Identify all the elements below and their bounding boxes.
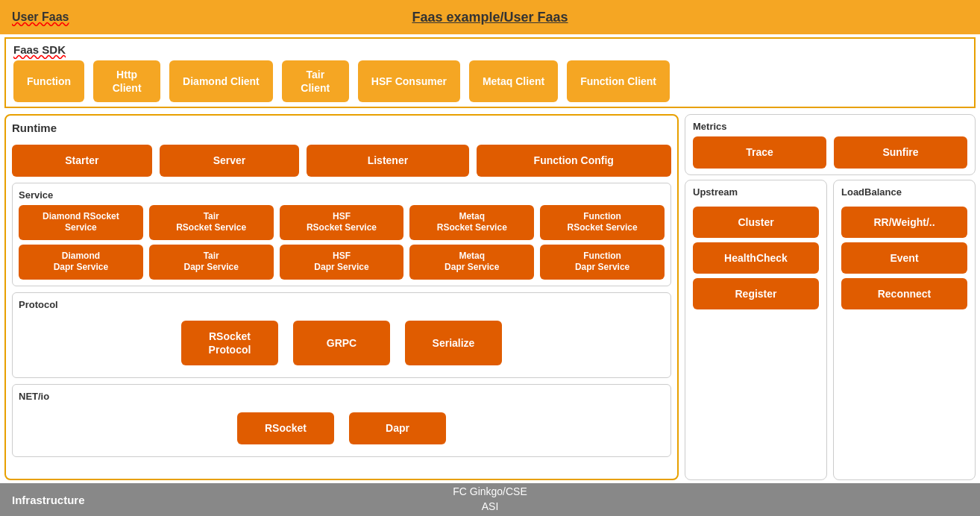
diamond-rsocket-service-btn[interactable]: Diamond RSocketService <box>19 205 143 240</box>
sdk-btn-function-client[interactable]: Function Client <box>567 60 670 102</box>
service-label: Service <box>19 189 665 201</box>
sdk-btn-metaq-client[interactable]: Metaq Client <box>469 60 558 102</box>
netio-label: NET/io <box>19 391 665 402</box>
sdk-btn-diamond-client[interactable]: Diamond Client <box>169 60 273 102</box>
main-container: User Faas Faas example/User Faas Faas SD… <box>0 0 980 516</box>
grpc-btn[interactable]: GRPC <box>293 321 390 365</box>
function-config-btn[interactable]: Function Config <box>477 145 671 176</box>
sdk-btn-tair-client[interactable]: TairClient <box>282 60 349 102</box>
function-dapr-service-btn[interactable]: FunctionDapr Service <box>540 245 665 280</box>
service-subsection: Service Diamond RSocketService TairRSock… <box>12 183 671 286</box>
hsf-dapr-service-btn[interactable]: HSFDapr Service <box>280 245 404 280</box>
metrics-label: Metrics <box>693 121 967 132</box>
trace-btn[interactable]: Trace <box>693 136 826 168</box>
tair-dapr-service-btn[interactable]: TairDapr Service <box>149 245 274 280</box>
infra-center-text: FC Ginkgo/CSEASI <box>453 485 527 514</box>
runtime-top-row: Starter Server Listener Function Config <box>12 145 671 176</box>
reconnect-btn[interactable]: Reconnect <box>841 278 967 309</box>
netio-subsection: NET/io RSocket Dapr <box>12 384 671 456</box>
rsocket-protocol-btn[interactable]: RSocketProtocol <box>181 321 278 365</box>
runtime-section: Runtime Starter Server Listener Function… <box>4 114 679 480</box>
healthcheck-btn[interactable]: HealthCheck <box>693 242 819 274</box>
infra-bar: Infrastructure FC Ginkgo/CSEASI <box>0 483 980 516</box>
sunfire-btn[interactable]: Sunfire <box>834 136 967 168</box>
content-area: Runtime Starter Server Listener Function… <box>0 111 980 483</box>
dapr-btn[interactable]: Dapr <box>349 412 446 444</box>
register-btn[interactable]: Register <box>693 278 819 309</box>
diamond-dapr-service-btn[interactable]: DiamondDapr Service <box>19 245 143 280</box>
server-btn[interactable]: Server <box>160 145 300 176</box>
sdk-btn-function[interactable]: Function <box>13 60 84 102</box>
rr-weight-btn[interactable]: RR/Weight/.. <box>841 207 967 238</box>
cluster-btn[interactable]: Cluster <box>693 207 819 238</box>
protocol-row: RSocketProtocol GRPC Serialize <box>19 315 665 371</box>
faas-sdk-section: Faas SDK Function HttpClient Diamond Cli… <box>4 37 976 108</box>
event-btn[interactable]: Event <box>841 242 967 274</box>
function-rsocket-service-btn[interactable]: FunctionRSocket Service <box>540 205 665 240</box>
metrics-row: Trace Sunfire <box>693 136 967 168</box>
protocol-subsection: Protocol RSocketProtocol GRPC Serialize <box>12 292 671 378</box>
faas-sdk-label: Faas SDK <box>13 43 967 56</box>
bottom-right-panels: Upstream Cluster HealthCheck Register Lo… <box>685 180 976 480</box>
metaq-rsocket-service-btn[interactable]: MetaqRSocket Service <box>409 205 534 240</box>
tair-rsocket-service-btn[interactable]: TairRSocket Service <box>149 205 274 240</box>
service-row-2: DiamondDapr Service TairDapr Service HSF… <box>19 245 665 280</box>
serialize-btn[interactable]: Serialize <box>405 321 502 365</box>
service-grid: Diamond RSocketService TairRSocket Servi… <box>19 205 665 280</box>
netio-row: RSocket Dapr <box>19 406 665 450</box>
sdk-btn-http-client[interactable]: HttpClient <box>93 60 160 102</box>
metaq-dapr-service-btn[interactable]: MetaqDapr Service <box>409 245 534 280</box>
user-faas-bar: User Faas Faas example/User Faas <box>0 0 980 34</box>
loadbalance-panel: LoadBalance RR/Weight/.. Event Reconnect <box>833 180 976 480</box>
upstream-panel: Upstream Cluster HealthCheck Register <box>685 180 827 480</box>
loadbalance-label: LoadBalance <box>841 186 967 198</box>
infra-title: Infrastructure <box>12 494 85 506</box>
hsf-rsocket-service-btn[interactable]: HSFRSocket Service <box>280 205 404 240</box>
sdk-buttons-row: Function HttpClient Diamond Client TairC… <box>13 60 967 102</box>
metrics-panel: Metrics Trace Sunfire <box>685 114 976 174</box>
sdk-btn-hsf-consumer[interactable]: HSF Consumer <box>358 60 460 102</box>
service-row-1: Diamond RSocketService TairRSocket Servi… <box>19 205 665 240</box>
protocol-label: Protocol <box>19 299 665 310</box>
user-faas-title: User Faas <box>12 10 69 24</box>
runtime-label: Runtime <box>12 122 671 134</box>
starter-btn[interactable]: Starter <box>12 145 152 176</box>
upstream-label: Upstream <box>693 186 819 198</box>
right-panels: Metrics Trace Sunfire Upstream Cluster H… <box>685 114 976 480</box>
listener-btn[interactable]: Listener <box>307 145 468 176</box>
rsocket-btn[interactable]: RSocket <box>237 412 334 444</box>
user-faas-center-title: Faas example/User Faas <box>412 10 568 25</box>
